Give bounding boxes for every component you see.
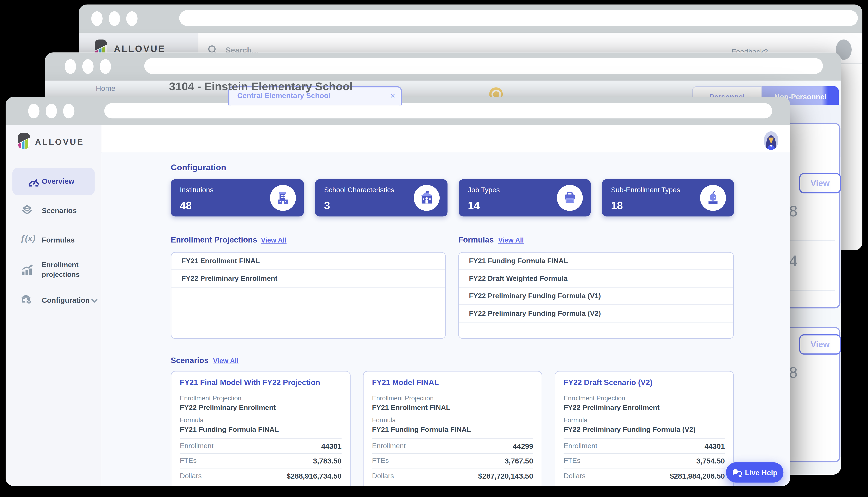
list-item[interactable]: FY21 Enrollment FINAL [171, 253, 445, 270]
front-url-bar[interactable] [104, 103, 772, 118]
window-control-dot[interactable] [126, 11, 138, 26]
sidebar-item-scenarios[interactable]: Scenarios [12, 198, 95, 221]
section-heading-scenarios: Scenarios [171, 356, 208, 365]
config-card-school-characteristics[interactable]: School Characteristics 3 [315, 179, 447, 216]
metric-label: Enrollment [372, 442, 406, 450]
gauge-icon [28, 176, 39, 187]
tab-close-icon[interactable]: × [390, 91, 395, 100]
metric-row: Dollars $287,720,143.50 [372, 468, 533, 486]
metric-value: $287,720,143.50 [478, 472, 533, 481]
window-control-dot[interactable] [100, 59, 111, 74]
field-label: Enrollment Projection [564, 395, 625, 401]
scenario-card[interactable]: FY21 Model FINAL Enrollment Projection F… [363, 371, 542, 486]
section-heading-formulas: Formulas [458, 235, 494, 244]
window-control-dot[interactable] [109, 11, 120, 26]
window-control-dot[interactable] [28, 104, 39, 118]
building-icon [276, 190, 290, 205]
live-help-label: Live Help [745, 468, 777, 477]
sidebar-item-label: Configuration [42, 296, 90, 304]
sidebar-item-enrollment-projections[interactable]: Enrollment projections [12, 258, 98, 282]
building-gear-icon [20, 293, 31, 304]
enrollment-projections-panel: FY21 Enrollment FINAL FY22 Preliminary E… [171, 252, 446, 339]
screenshot-stage: ALLOVUE Search... Feedback? Home Central… [0, 0, 868, 497]
field-label: Formula [564, 417, 588, 424]
back-url-bar[interactable] [179, 10, 858, 26]
config-card-label: Institutions [180, 186, 214, 194]
list-item[interactable]: FY22 Draft Weighted Formula [459, 270, 733, 287]
user-avatar[interactable] [764, 131, 778, 150]
view-all-link[interactable]: View All [213, 357, 239, 365]
config-card-value: 14 [468, 200, 480, 212]
window-control-dot[interactable] [65, 59, 76, 74]
view-all-link[interactable]: View All [498, 236, 524, 244]
scenario-title: FY21 Final Model With FY22 Projection [180, 378, 343, 387]
metric-label: Enrollment [564, 442, 597, 450]
view-all-link[interactable]: View All [261, 236, 287, 244]
main-content: Configuration Institutions 48 [101, 152, 790, 486]
sidebar-item-label: Formulas [42, 236, 75, 244]
formulas-panel: FY21 Funding Formula FINAL FY22 Draft We… [458, 252, 734, 339]
config-card-value: 48 [180, 200, 192, 212]
field-value: FY22 Preliminary Enrollment [180, 404, 276, 412]
metric-row: FTEs 3,767.50 [372, 453, 533, 468]
scenarios-icon [21, 204, 33, 215]
chat-icon [732, 468, 741, 477]
breadcrumb[interactable]: Home [96, 84, 115, 93]
partial-metric-number: 8 [789, 203, 798, 221]
field-label: Enrollment Projection [372, 395, 434, 401]
config-card-sub-enrollment-types[interactable]: Sub-Enrollment Types 18 [602, 179, 734, 216]
metric-value: 3,767.50 [505, 457, 533, 465]
section-heading-configuration: Configuration [171, 162, 226, 172]
window-control-dot[interactable] [46, 104, 57, 118]
bar-chart-trend-icon [21, 265, 33, 275]
live-help-button[interactable]: Live Help [726, 462, 783, 483]
window-control-dot[interactable] [82, 59, 93, 74]
config-card-job-types[interactable]: Job Types 14 [459, 179, 591, 216]
front-browser-window: ALLOVUE Overview [5, 97, 790, 486]
front-app-header [5, 125, 790, 152]
metric-value: 44301 [704, 442, 725, 451]
metric-row: FTEs 3,754.50 [564, 453, 725, 468]
brand-wordmark: ALLOVUE [35, 137, 84, 146]
field-label: Formula [372, 417, 396, 424]
scenario-card[interactable]: FY21 Final Model With FY22 Projection En… [171, 371, 351, 486]
metric-row: FTEs 3,783.50 [180, 453, 342, 468]
field-value: FY21 Funding Formula FINAL [372, 426, 471, 434]
list-item[interactable]: FY21 Funding Formula FINAL [459, 253, 733, 270]
list-item[interactable]: FY22 Preliminary Funding Formula (V2) [459, 305, 733, 322]
allovue-logo-icon [18, 132, 30, 149]
list-item[interactable]: FY22 Preliminary Funding Formula (V1) [459, 288, 733, 305]
config-card-value: 18 [611, 200, 623, 212]
field-value: FY21 Funding Formula FINAL [180, 426, 279, 434]
config-card-label: Sub-Enrollment Types [611, 186, 680, 194]
metric-row: Enrollment 44301 [564, 438, 725, 453]
scenario-card[interactable]: FY22 Draft Scenario (V2) Enrollment Proj… [554, 371, 734, 486]
config-card-institutions[interactable]: Institutions 48 [171, 179, 304, 216]
metric-label: Dollars [372, 472, 394, 480]
view-button[interactable]: View [799, 173, 841, 193]
apple-icon [706, 190, 720, 205]
page-title: 3104 - Einstein Elementary School [169, 80, 352, 93]
view-button[interactable]: View [799, 335, 841, 355]
briefcase-icon [563, 191, 577, 204]
sidebar-item-overview[interactable]: Overview [12, 168, 95, 195]
field-value: FY22 Preliminary Enrollment [564, 404, 660, 412]
middle-url-bar[interactable] [144, 58, 823, 74]
window-control-dot[interactable] [91, 11, 102, 26]
metric-value: 3,783.50 [313, 457, 342, 465]
config-card-label: Job Types [468, 186, 500, 194]
list-item[interactable]: FY22 Preliminary Enrollment [171, 270, 445, 287]
metric-label: Dollars [564, 472, 585, 480]
metric-row: Enrollment 44299 [372, 438, 533, 453]
school-icon [419, 191, 434, 204]
sidebar-item-configuration[interactable]: Configuration [12, 289, 98, 311]
metric-value: 44301 [321, 442, 342, 451]
field-label: Formula [180, 417, 204, 424]
sidebar-item-label: Scenarios [42, 206, 77, 215]
metric-label: FTEs [564, 457, 580, 465]
metric-value: 3,754.50 [696, 457, 725, 465]
sidebar-item-formulas[interactable]: ƒ(x) Formulas [12, 228, 95, 250]
metric-value: 44299 [513, 442, 533, 451]
metric-row: Enrollment 44301 [180, 438, 342, 453]
window-control-dot[interactable] [63, 104, 74, 118]
